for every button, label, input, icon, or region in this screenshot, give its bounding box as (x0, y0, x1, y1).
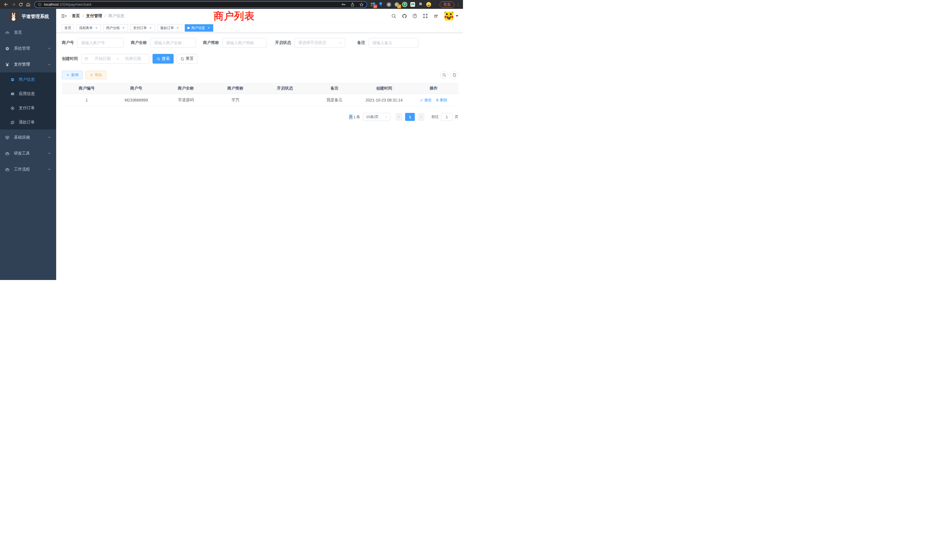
extensions-puzzle-icon[interactable] (418, 2, 424, 7)
sidebar-item-app-info[interactable]: 应用信息 (0, 87, 56, 101)
merchant-full-name-input[interactable] (150, 38, 196, 48)
monitor-icon (5, 135, 9, 140)
sidebar-item-label: 商户信息 (19, 77, 35, 82)
document-copy-icon (11, 120, 15, 125)
refresh-icon (180, 57, 184, 61)
close-tab-icon[interactable]: × (148, 26, 153, 30)
chevron-up-icon (48, 63, 51, 66)
site-info-icon[interactable] (38, 3, 42, 6)
tab-merchant-info[interactable]: 商户信息× (185, 24, 213, 32)
start-date-placeholder: 开始日期 (89, 56, 116, 61)
page-number-1[interactable]: 1 (405, 113, 415, 121)
column-header: 开启状态 (260, 86, 310, 91)
close-tab-icon[interactable]: × (207, 26, 211, 30)
extension-pin-icon[interactable] (378, 2, 383, 7)
sidebar-collapse-icon[interactable] (61, 13, 67, 19)
prev-page-button[interactable] (395, 113, 402, 121)
merchant-short-name-input[interactable] (222, 38, 267, 48)
toolbox-icon (5, 151, 9, 156)
show-search-toggle-button[interactable] (440, 71, 448, 79)
sidebar-item-workflow[interactable]: 工作流程 (0, 161, 56, 177)
search-button[interactable]: 搜索 (153, 54, 174, 64)
pagination-goto: 前往 页 (431, 113, 458, 121)
extension-command-icon[interactable]: ⌘ (386, 2, 392, 7)
status-select[interactable]: 请选择开启状态 (295, 38, 345, 48)
close-tab-icon[interactable]: × (94, 26, 98, 30)
tab-user-group[interactable]: 用户分组× (103, 24, 128, 32)
browser-reload-icon[interactable] (17, 1, 24, 8)
sidebar-item-label: 工作流程 (14, 167, 30, 172)
sidebar-item-home[interactable]: 首页 (0, 24, 56, 41)
edit-link[interactable]: 修改 (420, 97, 432, 103)
user-avatar-menu[interactable] (445, 12, 458, 21)
sidebar-item-payment[interactable]: 支付管理 (0, 56, 56, 73)
sidebar-item-infrastructure[interactable]: 基础设施 (0, 129, 56, 145)
export-button[interactable]: 导出 (86, 71, 106, 79)
app-title: 芋道管理系统 (22, 14, 49, 20)
extension-tabs-icon[interactable]: 10 (370, 2, 375, 7)
tab-process-form[interactable]: 流程表单× (76, 24, 101, 32)
merchant-short-name-label: 商户简称 (203, 40, 219, 45)
sidebar-item-merchant-info[interactable]: 商户信息 (0, 73, 56, 87)
help-icon[interactable] (412, 13, 418, 19)
browser-forward-icon[interactable] (10, 1, 17, 8)
browser-toolbar: localhost:1024/pay/merchant 10 ⌘ 1 (0, 0, 463, 9)
extension-chat-icon[interactable] (410, 2, 415, 7)
merchant-full-name-label: 商户全称 (131, 40, 147, 45)
fullscreen-icon[interactable] (422, 13, 428, 19)
grid-table-icon (11, 92, 15, 96)
browser-update-button[interactable]: 更新 (440, 2, 454, 8)
svg-text:Y: Y (404, 3, 406, 6)
tab-home[interactable]: 首页 (62, 24, 74, 32)
delete-link[interactable]: 删除 (436, 97, 447, 103)
cell-remark: 我是备注 (310, 97, 359, 103)
tab-pay-order[interactable]: 支付订单× (130, 24, 155, 32)
sidebar-item-label: 系统管理 (14, 46, 30, 51)
reset-button[interactable]: 重置 (177, 54, 197, 64)
browser-menu-icon[interactable]: ⋮ (455, 2, 461, 7)
filter-form: 商户号 商户全称 商户简称 开启状态 请选择开启状态 备注 创建时间 (56, 33, 463, 64)
close-tab-icon[interactable]: × (176, 26, 180, 30)
sidebar-item-dev-tools[interactable]: 研发工具 (0, 145, 56, 161)
chevron-down-icon (48, 152, 51, 155)
url-text: localhost:1024/pay/merchant (44, 2, 91, 6)
create-time-label: 创建时间 (62, 56, 78, 61)
font-size-icon[interactable]: tT (433, 13, 439, 19)
next-page-button[interactable] (418, 113, 425, 121)
create-time-range-picker[interactable]: 开始日期 - 结束日期 (81, 54, 150, 64)
app-logo[interactable]: 芋道管理系统 (0, 9, 56, 24)
goto-page-input[interactable] (441, 113, 452, 121)
address-bar[interactable]: localhost:1024/pay/merchant (34, 1, 367, 8)
profile-emoji-icon[interactable] (426, 2, 431, 7)
tab-refund-order[interactable]: 退款订单× (158, 24, 182, 32)
remark-input[interactable] (369, 38, 419, 48)
header-search-icon[interactable] (390, 13, 397, 19)
cell-create-time: 2021-10-23 08:31:14 (359, 98, 409, 102)
add-button[interactable]: 新增 (62, 71, 83, 79)
bookmark-star-icon[interactable] (359, 2, 364, 7)
merchant-no-input[interactable] (77, 38, 124, 48)
sidebar-item-refund-order[interactable]: 退款订单 (0, 115, 56, 129)
sidebar-item-label: 支付订单 (19, 106, 35, 110)
page-unit-label: 页 (455, 114, 458, 120)
breadcrumb-home[interactable]: 首页 (72, 14, 80, 18)
extension-recorder-icon[interactable]: 1 (394, 2, 399, 7)
merchant-no-label: 商户号 (62, 40, 74, 45)
extension-y-icon[interactable]: Y (402, 2, 407, 7)
browser-back-icon[interactable] (2, 1, 10, 8)
github-icon[interactable] (401, 13, 407, 19)
sidebar-item-system[interactable]: 系统管理 (0, 41, 56, 56)
dashboard-icon (5, 30, 9, 35)
breadcrumb-payment[interactable]: 支付管理 (86, 14, 102, 18)
chevron-down-icon (48, 168, 51, 171)
share-icon[interactable] (350, 2, 355, 7)
browser-home-icon[interactable] (24, 1, 32, 8)
password-key-icon[interactable] (341, 2, 346, 7)
sidebar-item-pay-order[interactable]: 支付订单 (0, 101, 56, 115)
chevron-down-icon (339, 41, 342, 44)
status-label: 开启状态 (275, 40, 291, 45)
table-toolbar: 新增 导出 (62, 71, 458, 79)
page-size-select[interactable]: 10条/页 (363, 113, 390, 121)
refresh-table-button[interactable] (451, 71, 458, 79)
close-tab-icon[interactable]: × (121, 26, 126, 30)
